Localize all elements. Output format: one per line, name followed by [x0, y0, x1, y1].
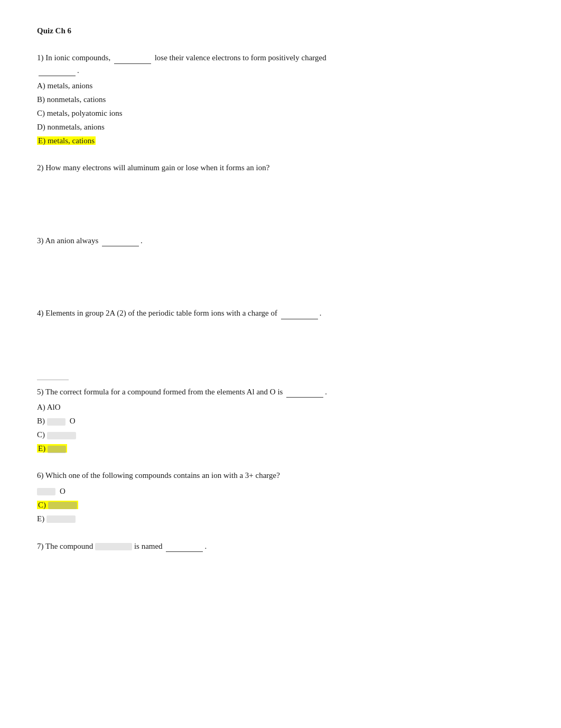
question-1-text: 1) In ionic compounds, lose their valenc… [37, 51, 524, 76]
q6-choice-a-area: O [37, 485, 524, 497]
q5-e-redacted [48, 446, 66, 453]
q5-choice-a: A) AlO [37, 401, 524, 413]
page-container: Quiz Ch 6 1) In ionic compounds, lose th… [37, 26, 524, 552]
q6-choice-e: E) [37, 512, 524, 525]
question-5-text: 5) The correct formula for a compound fo… [37, 385, 524, 398]
q5-blank [286, 385, 323, 398]
question-3-text: 3) An anion always . [37, 234, 524, 247]
q1-period: . [77, 66, 79, 75]
q1-answer-highlight: E) metals, cations [37, 136, 96, 145]
q1-middle: lose their valence electrons to form pos… [155, 53, 326, 62]
q6-c-highlight: C) [37, 501, 78, 509]
question-4: 4) Elements in group 2A (2) of the perio… [37, 307, 524, 365]
q3-answer-space [37, 250, 524, 292]
q5-b-o: O [70, 417, 76, 425]
q5-choice-c: C) [37, 428, 524, 441]
page-title: Quiz Ch 6 [37, 26, 524, 35]
q5-choice-e: E) [37, 442, 524, 455]
q6-e-redacted [46, 515, 76, 523]
q6-a-o: O [60, 487, 66, 495]
q3-blank [102, 234, 139, 247]
q1-blank2 [39, 64, 76, 77]
question-3: 3) An anion always . [37, 234, 524, 292]
q5-choice-b: B) O [37, 414, 524, 427]
question-7-text: 7) The compound is named . [37, 540, 524, 552]
question-7: 7) The compound is named . [37, 540, 524, 552]
q1-choice-d: D) nonmetals, anions [37, 121, 524, 133]
section-divider [37, 380, 69, 380]
question-1: 1) In ionic compounds, lose their valenc… [37, 51, 524, 147]
q5-b-redacted [47, 418, 66, 426]
question-6: 6) Which one of the following compounds … [37, 469, 524, 525]
q4-answer-space [37, 322, 524, 365]
q7-compound-redacted [95, 543, 132, 550]
q1-choice-e: E) metals, cations [37, 134, 524, 147]
question-4-text: 4) Elements in group 2A (2) of the perio… [37, 307, 524, 319]
q6-c-redacted [48, 502, 77, 509]
q1-choice-c: C) metals, polyatomic ions [37, 107, 524, 119]
q1-blank1 [114, 51, 151, 64]
q6-choice-c: C) [37, 499, 524, 511]
question-2: 2) How many electrons will aluminum gain… [37, 162, 524, 219]
q1-choice-a: A) metals, anions [37, 79, 524, 92]
q4-blank [281, 307, 318, 319]
q5-e-highlight: E) [37, 444, 67, 453]
q1-choice-b: B) nonmetals, cations [37, 93, 524, 106]
q1-number: 1) In ionic compounds, [37, 53, 110, 62]
question-2-text: 2) How many electrons will aluminum gain… [37, 162, 524, 174]
question-6-text: 6) Which one of the following compounds … [37, 469, 524, 482]
question-5: 5) The correct formula for a compound fo… [37, 385, 524, 455]
q7-blank [166, 540, 203, 552]
q2-answer-space [37, 177, 524, 219]
q5-c-redacted [47, 432, 76, 439]
q6-a-redacted [37, 488, 55, 495]
